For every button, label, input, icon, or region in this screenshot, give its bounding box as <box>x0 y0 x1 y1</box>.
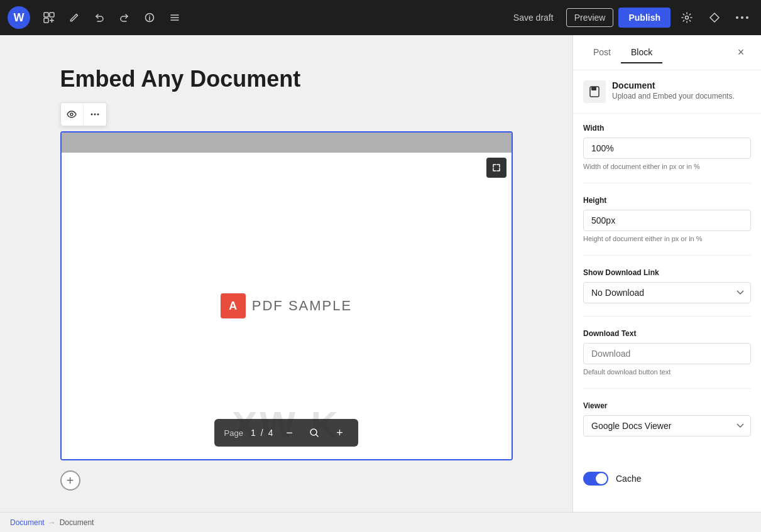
page-info: 1 / 4 <box>251 428 273 438</box>
height-help: Height of document either in px or in % <box>583 235 751 242</box>
svg-line-20 <box>316 435 318 437</box>
main-toolbar: W <box>0 0 761 35</box>
panel-header: Post Block × <box>573 35 761 70</box>
pdf-content: A PDF SAMPLE XW K Page <box>62 153 512 459</box>
panel-tabs: Post Block <box>583 42 731 63</box>
show-download-section: Show Download Link No Download Download <box>583 268 751 317</box>
cache-label: Cache <box>616 474 641 484</box>
viewer-section: Viewer Google Docs Viewer Microsoft Offi… <box>583 401 751 449</box>
svg-point-16 <box>90 114 92 116</box>
undo-button[interactable] <box>88 6 111 29</box>
download-text-section: Download Text Default download button te… <box>583 329 751 389</box>
svg-point-14 <box>746 16 748 19</box>
document-info-text: Document Upload and Embed your documents… <box>612 80 735 100</box>
save-draft-button[interactable]: Save draft <box>506 9 561 26</box>
tab-post[interactable]: Post <box>583 42 621 63</box>
zoom-out-button[interactable]: − <box>280 424 298 442</box>
edit-button[interactable] <box>63 6 85 29</box>
cache-row: Cache <box>573 462 761 496</box>
zoom-reset-button[interactable] <box>305 424 323 442</box>
more-options-button[interactable] <box>731 6 753 29</box>
download-text-label: Download Text <box>583 329 751 338</box>
page-label: Page <box>224 428 243 438</box>
publish-button[interactable]: Publish <box>618 8 671 28</box>
post-title: Embed Any Document <box>60 65 513 92</box>
svg-point-12 <box>736 16 738 19</box>
download-text-help: Default download button text <box>583 368 751 376</box>
settings-button[interactable] <box>676 6 698 29</box>
panel-close-button[interactable]: × <box>731 43 751 63</box>
breadcrumb-item-1[interactable]: Document <box>10 518 45 527</box>
pdf-logo-area: A PDF SAMPLE <box>221 293 352 318</box>
pdf-top-bar <box>62 133 512 153</box>
svg-point-7 <box>149 15 150 16</box>
svg-point-17 <box>94 114 96 116</box>
svg-point-15 <box>70 113 73 116</box>
width-section: Width Width of document either in px or … <box>583 124 751 183</box>
height-label: Height <box>583 196 751 205</box>
width-help: Width of document either in px or in % <box>583 163 751 170</box>
breadcrumb-item-2: Document <box>60 518 94 527</box>
add-block-toolbar-button[interactable] <box>38 6 60 29</box>
document-subtitle: Upload and Embed your documents. <box>612 92 735 100</box>
cache-toggle[interactable] <box>583 472 608 486</box>
zoom-in-button[interactable]: + <box>331 424 348 442</box>
svg-rect-0 <box>44 13 48 17</box>
block-visibility-button[interactable] <box>61 103 84 126</box>
svg-rect-2 <box>44 18 48 23</box>
page-total: 4 <box>268 428 273 438</box>
pdf-page-controls: Page 1 / 4 − <box>214 419 359 447</box>
pdf-sample-text: PDF SAMPLE <box>252 298 352 314</box>
height-section: Height Height of document either in px o… <box>583 196 751 256</box>
editor-area: Embed Any Document <box>0 35 572 512</box>
document-block: A PDF SAMPLE XW K Page <box>60 131 513 460</box>
svg-point-18 <box>97 114 99 116</box>
pdf-expand-button[interactable] <box>486 158 506 178</box>
page-separator: / <box>261 428 263 438</box>
info-button[interactable] <box>138 6 161 29</box>
right-panel: Post Block × Document Upload and Embed y… <box>572 35 761 512</box>
document-info: Document Upload and Embed your documents… <box>573 70 761 114</box>
document-title: Document <box>612 80 735 90</box>
svg-rect-22 <box>591 87 596 90</box>
svg-point-13 <box>741 16 743 19</box>
redo-button[interactable] <box>113 6 136 29</box>
block-toolbar <box>60 102 107 126</box>
width-input[interactable] <box>583 138 751 159</box>
list-view-button[interactable] <box>163 6 186 29</box>
editor-content: Embed Any Document <box>60 65 513 491</box>
add-block-button[interactable]: + <box>60 470 80 491</box>
download-text-input[interactable] <box>583 343 751 364</box>
width-label: Width <box>583 124 751 133</box>
height-input[interactable] <box>583 210 751 231</box>
svg-point-11 <box>686 16 689 19</box>
preview-button[interactable]: Preview <box>566 8 614 27</box>
pdf-icon: A <box>221 293 246 318</box>
show-download-label: Show Download Link <box>583 268 751 277</box>
pdf-viewer: A PDF SAMPLE XW K Page <box>62 133 512 459</box>
breadcrumb: Document → Document <box>0 512 761 532</box>
page-current: 1 <box>251 428 256 438</box>
svg-rect-1 <box>50 13 54 17</box>
document-icon <box>583 80 606 103</box>
wp-logo: W <box>8 6 30 29</box>
breadcrumb-arrow: → <box>48 518 56 527</box>
tab-block[interactable]: Block <box>621 42 662 63</box>
viewer-select[interactable]: Google Docs Viewer Microsoft Office PDF.… <box>583 415 751 437</box>
main-layout: Embed Any Document <box>0 35 761 512</box>
show-download-select[interactable]: No Download Download <box>583 282 751 303</box>
extensions-button[interactable] <box>703 6 726 29</box>
block-more-button[interactable] <box>84 103 106 126</box>
viewer-label: Viewer <box>583 401 751 410</box>
